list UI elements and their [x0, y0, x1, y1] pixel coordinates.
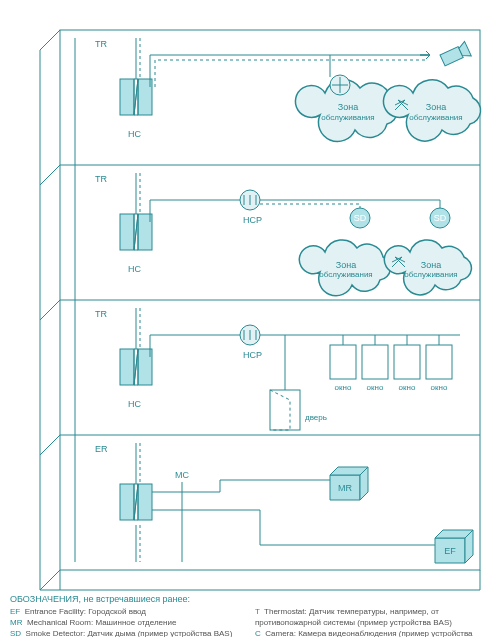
svg-rect-54: [362, 345, 388, 379]
service-zone-cloud: Зона обслуживания: [383, 80, 480, 141]
hc-label: HC: [128, 129, 141, 139]
legend-row: C Camera: Камера видеонаблюдения (пример…: [255, 628, 490, 637]
hc-rack: [120, 79, 152, 115]
windows: окно окно окно окно: [330, 335, 452, 392]
floor-3: TR HC HCP окно: [95, 308, 460, 430]
hcp-label: HCP: [243, 215, 262, 225]
svg-rect-43: [120, 349, 134, 385]
building-bas-diagram: TR HC Зона обслуживания Зона обслуживани…: [0, 0, 500, 637]
svg-marker-46: [134, 349, 138, 385]
camera-icon: [439, 41, 471, 67]
legend-row: EF Entrance Facility: Городской ввод: [10, 606, 245, 617]
hc-rack: [120, 214, 152, 250]
svg-rect-53: [330, 345, 356, 379]
hc-label: HC: [128, 399, 141, 409]
smoke-detector-icon: SD: [430, 208, 450, 228]
tr-label: TR: [95, 39, 107, 49]
hc-rack: [120, 349, 152, 385]
floor-1: TR HC Зона обслуживания Зона обслуживани…: [95, 38, 481, 142]
svg-text:SD: SD: [434, 213, 447, 223]
svg-text:обслуживания: обслуживания: [409, 113, 462, 122]
hcp-icon: [240, 325, 260, 345]
window-label: окно: [335, 383, 352, 392]
svg-rect-56: [426, 345, 452, 379]
svg-rect-63: [120, 484, 134, 520]
svg-text:EF: EF: [444, 546, 456, 556]
svg-marker-12: [134, 79, 138, 115]
svg-rect-64: [138, 484, 152, 520]
legend: ОБОЗНАЧЕНИЯ, не встречавшиеся ранее: EF …: [10, 594, 490, 637]
legend-row: SD Smoke Detector: Датчик дыма (пример у…: [10, 628, 245, 637]
mr-box-icon: MR: [330, 467, 368, 500]
thermostat-icon: [330, 75, 350, 95]
floor-4: ER MC MR EF: [95, 443, 473, 563]
svg-rect-25: [120, 214, 134, 250]
door-label: дверь: [305, 413, 327, 422]
hcp-icon: [240, 190, 260, 210]
hc-label: HC: [128, 264, 141, 274]
svg-text:Зона: Зона: [426, 102, 446, 112]
svg-rect-9: [120, 79, 134, 115]
service-zone-cloud: Зона обслуживания: [299, 240, 390, 296]
svg-text:обслуживания: обслуживания: [404, 270, 457, 279]
svg-text:SD: SD: [354, 213, 367, 223]
mc-label: MC: [175, 470, 189, 480]
svg-marker-28: [134, 214, 138, 250]
svg-rect-55: [394, 345, 420, 379]
door-icon: дверь: [270, 335, 327, 430]
ef-box-icon: EF: [435, 530, 473, 563]
svg-text:Зона: Зона: [421, 260, 441, 270]
svg-text:обслуживания: обслуживания: [321, 113, 374, 122]
svg-text:Зона: Зона: [338, 102, 358, 112]
window-label: окно: [367, 383, 384, 392]
svg-line-8: [40, 435, 60, 455]
svg-line-7: [40, 300, 60, 320]
svg-text:обслуживания: обслуживания: [319, 270, 372, 279]
svg-marker-66: [134, 484, 138, 520]
service-zone-cloud: Зона обслуживания: [384, 240, 471, 295]
svg-text:Зона: Зона: [336, 260, 356, 270]
legend-row: T Thermostat: Датчик температуры, наприм…: [255, 606, 490, 628]
legend-heading: ОБОЗНАЧЕНИЯ, не встречавшиеся ранее:: [10, 594, 490, 604]
er-label: ER: [95, 444, 108, 454]
svg-rect-61: [270, 390, 300, 430]
mc-rack: [120, 484, 152, 520]
tr-label: TR: [95, 174, 107, 184]
svg-line-6: [40, 165, 60, 185]
window-label: окно: [431, 383, 448, 392]
hcp-label: HCP: [243, 350, 262, 360]
smoke-detector-icon: SD: [350, 208, 370, 228]
svg-text:MR: MR: [338, 483, 352, 493]
tr-label: TR: [95, 309, 107, 319]
legend-row: MR Mechanical Room: Машинное отделение: [10, 617, 245, 628]
floor-2: TR HC HCP SD SD: [95, 173, 471, 296]
window-label: окно: [399, 383, 416, 392]
